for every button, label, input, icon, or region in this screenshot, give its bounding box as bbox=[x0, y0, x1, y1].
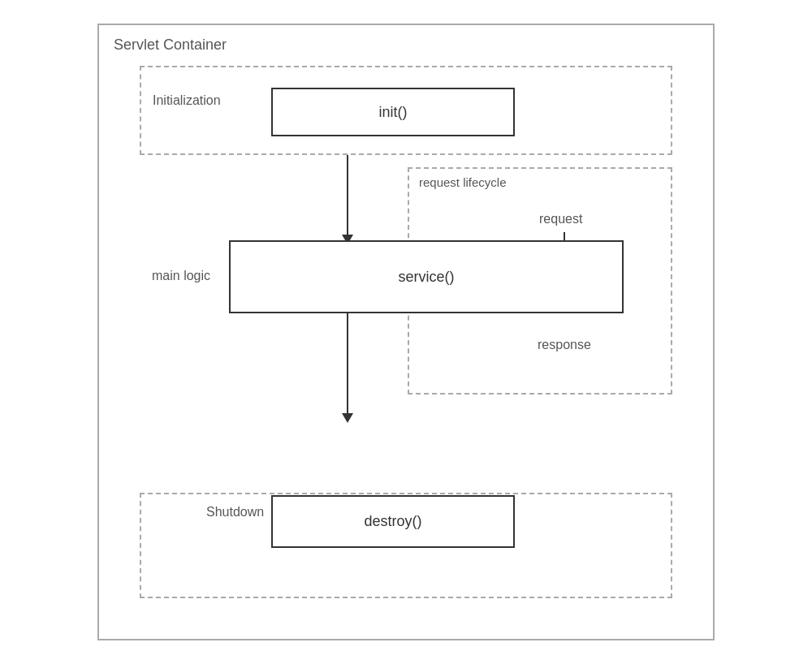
request-label: request bbox=[539, 212, 582, 226]
destroy-method-text: destroy() bbox=[364, 513, 421, 530]
arrow-service-to-destroy bbox=[347, 313, 348, 415]
outer-title: Servlet Container bbox=[114, 37, 227, 54]
arrow-init-to-service bbox=[347, 155, 348, 236]
init-label: Initialization bbox=[153, 93, 221, 108]
init-method-text: init() bbox=[379, 104, 408, 121]
init-method-box: init() bbox=[271, 88, 515, 136]
shutdown-label: Shutdown bbox=[206, 505, 264, 520]
outer-container: Servlet Container Initialization init() … bbox=[97, 24, 715, 640]
init-section-box: Initialization init() bbox=[140, 66, 672, 155]
request-lifecycle-label: request lifecycle bbox=[419, 175, 507, 189]
response-label: response bbox=[538, 338, 591, 352]
destroy-method-box: destroy() bbox=[271, 495, 515, 548]
service-method-box: service() bbox=[229, 240, 624, 313]
main-logic-label: main logic bbox=[152, 269, 210, 283]
service-method-text: service() bbox=[398, 269, 454, 286]
shutdown-section-box: Shutdown destroy() bbox=[140, 493, 672, 598]
